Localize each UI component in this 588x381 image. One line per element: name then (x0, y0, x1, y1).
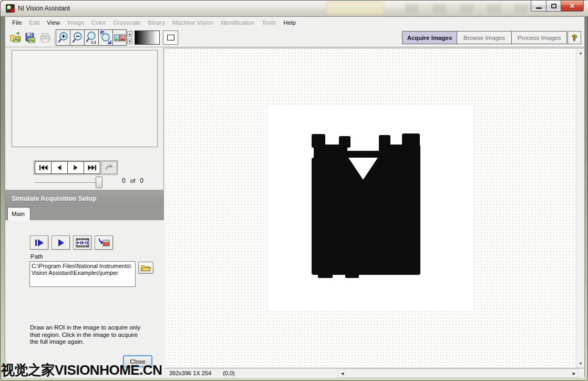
zoom-out-button[interactable] (70, 30, 85, 45)
zoom-to-fit-button[interactable] (99, 30, 113, 45)
menu-edit: Edit (26, 17, 44, 28)
acquire-continuous-icon (55, 239, 67, 247)
minimize-icon (536, 7, 542, 9)
image-display-area: ▲ ▼ 392x396 1X 254 (0,0) ◀ ▶ (164, 48, 584, 378)
acquired-jumper-image[interactable] (267, 105, 473, 311)
roi-instructions: Draw an ROI in the image to acquire only… (30, 324, 143, 346)
help-button[interactable]: ? (568, 31, 581, 44)
previous-image-icon (56, 165, 63, 170)
svg-text:1:1: 1:1 (91, 40, 96, 44)
palette-spinner: ▲ ▼ (127, 31, 132, 44)
sequence-acquisition-button[interactable] (73, 235, 91, 250)
menu-help[interactable]: Help (280, 17, 300, 28)
store-image-icon (98, 238, 110, 248)
menu-file[interactable]: File (8, 17, 26, 28)
app-window: NI Vision Assistant ✕ File Edit View Ima… (0, 0, 588, 381)
jumper-silhouette (267, 105, 473, 311)
status-bar: 392x396 1X 254 (0,0) ◀ ▶ (164, 368, 584, 378)
scroll-left-arrow[interactable]: ◀ (338, 369, 346, 377)
image-info: 392x396 1X 254 (169, 370, 211, 376)
last-image-button[interactable] (84, 161, 100, 174)
next-image-icon (73, 165, 79, 170)
spinner-up-button[interactable]: ▲ (127, 31, 132, 37)
grayscale-ramp (135, 30, 160, 45)
path-input[interactable]: C:\Program Files\National Instruments\ V… (29, 261, 136, 287)
vertical-scrollbar[interactable]: ▲ ▼ (576, 48, 584, 368)
glass-reflection (326, 2, 384, 14)
zoom-1-1-button[interactable]: 1:1 (85, 30, 99, 45)
counter-current: 0 (122, 177, 126, 184)
return-arrow-icon (105, 164, 114, 171)
menu-view[interactable]: View (43, 17, 64, 28)
menu-tools: Tools (258, 17, 280, 28)
menu-binary: Binary (144, 17, 169, 28)
horizontal-scrollbar[interactable]: ◀ ▶ (338, 369, 579, 378)
mode-switcher: Acquire Images Browse Images Process Ima… (402, 31, 567, 44)
save-image-button[interactable] (23, 30, 38, 45)
image-slider-track[interactable] (35, 182, 102, 183)
menu-identification: Identification (217, 17, 259, 28)
browse-path-button[interactable] (138, 262, 153, 274)
watermark: 视觉之家VISIONHOME.CN (1, 361, 162, 379)
titlebar: NI Vision Assistant ✕ (1, 1, 588, 16)
zoom-in-button[interactable] (56, 30, 70, 45)
sequence-icon (76, 238, 89, 248)
zoom-tools-group: 1:1 (56, 29, 127, 46)
print-icon (39, 32, 51, 44)
setup-body: Path C:\Program Files\National Instrumen… (5, 220, 164, 378)
print-image-button[interactable] (38, 30, 53, 45)
return-to-image-button (101, 161, 117, 174)
last-image-icon (88, 165, 97, 170)
image-preview-box (12, 50, 158, 147)
store-acquired-image-button[interactable] (95, 235, 113, 250)
glass-reflection (405, 4, 542, 13)
open-image-icon (9, 32, 22, 44)
setup-tab-strip: Main (5, 207, 164, 220)
spinner-down-button[interactable]: ▼ (127, 38, 132, 44)
maximize-button[interactable] (546, 1, 561, 12)
browse-images-button[interactable]: Browse Images (457, 32, 512, 44)
roi-rectangle-tool-button[interactable] (163, 30, 178, 45)
window-title: NI Vision Assistant (18, 5, 70, 12)
scroll-down-arrow[interactable]: ▼ (576, 359, 585, 367)
close-window-button[interactable]: ✕ (561, 1, 584, 12)
image-palette-button[interactable] (113, 30, 126, 45)
open-image-button[interactable] (8, 30, 23, 45)
zoom-out-icon (71, 32, 83, 44)
setup-title: Simulate Acquisition Setup (12, 195, 96, 202)
image-viewport[interactable] (164, 48, 576, 368)
browser-setup-panel: 0 of 0 Simulate Acquisition Setup Main (5, 48, 164, 378)
image-palette-icon (114, 34, 126, 42)
previous-image-button[interactable] (51, 161, 68, 174)
save-image-icon (24, 32, 37, 44)
app-icon (6, 4, 15, 13)
menu-bar: File Edit View Image Color Grayscale Bin… (5, 17, 584, 28)
scroll-right-arrow[interactable]: ▶ (570, 369, 578, 377)
menu-grayscale: Grayscale (110, 17, 145, 28)
cursor-coordinates: (0,0) (223, 370, 235, 376)
image-counter: 0 of 0 (122, 177, 143, 184)
scroll-up-arrow[interactable]: ▲ (576, 49, 585, 57)
first-image-button[interactable] (35, 161, 51, 174)
first-image-icon (39, 165, 48, 170)
tab-main[interactable]: Main (7, 207, 30, 220)
client-area: File Edit View Image Color Grayscale Bin… (5, 16, 585, 377)
minimize-button[interactable] (531, 1, 546, 12)
image-slider-handle[interactable] (96, 177, 102, 188)
window-controls: ✕ (531, 1, 584, 12)
acquire-images-button[interactable]: Acquire Images (403, 32, 457, 44)
toolbar-separator (54, 30, 55, 45)
counter-total: 0 (140, 177, 143, 184)
process-images-button[interactable]: Process Images (512, 32, 566, 44)
acquisition-buttons (30, 235, 113, 250)
zoom-to-fit-icon (99, 31, 112, 45)
menu-color: Color (88, 17, 109, 28)
acquire-continuous-button[interactable] (51, 235, 70, 250)
rectangle-roi-icon (167, 35, 174, 40)
acquire-single-image-button[interactable] (30, 235, 48, 250)
acquire-single-icon (34, 239, 45, 247)
close-icon: ✕ (570, 2, 575, 10)
menu-image: Image (64, 17, 88, 28)
next-image-button[interactable] (67, 161, 84, 174)
counter-of-label: of (130, 178, 136, 184)
